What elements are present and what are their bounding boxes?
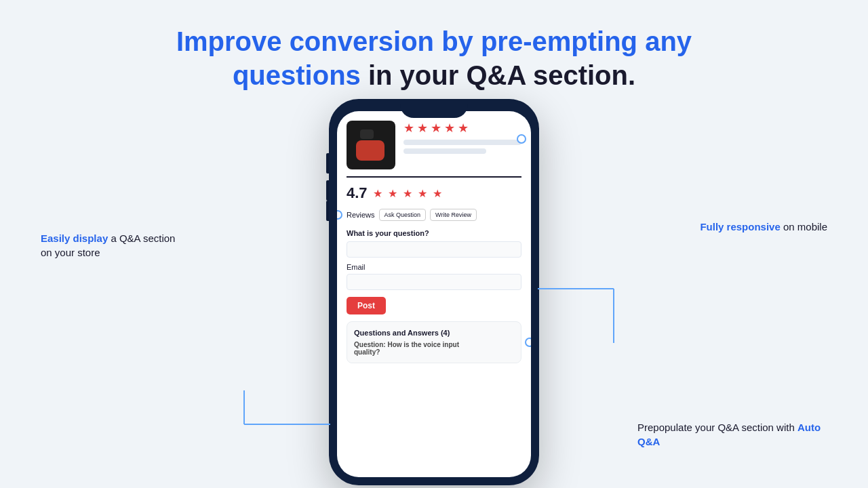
header: Improve conversion by pre-empting any qu… — [176, 24, 692, 92]
divider — [347, 176, 521, 178]
star-4: ★ — [444, 121, 455, 136]
text-line-2 — [403, 148, 486, 154]
phone-frame: ★ ★ ★ ★ ★ — [329, 99, 539, 485]
post-button[interactable]: Post — [347, 297, 386, 314]
main-area: Easily display a Q&A sectionon your stor… — [0, 99, 868, 488]
rating-star-4: ★ — [418, 187, 427, 200]
question-input[interactable] — [347, 241, 521, 258]
callout-left: Easily display a Q&A sectionon your stor… — [41, 231, 175, 260]
star-3: ★ — [431, 121, 441, 136]
question-prefix: Question: — [354, 341, 386, 348]
ask-question-btn[interactable]: Ask Question — [379, 209, 427, 221]
page-title: Improve conversion by pre-empting any qu… — [176, 24, 692, 92]
rating-number: 4.7 — [347, 184, 368, 202]
callout-right-bottom: Prepopulate your Q&A section with Auto Q… — [637, 420, 827, 449]
qa-question-text: Question: How is the voice inputquality? — [354, 341, 514, 356]
connector-dot-qa-section — [337, 210, 342, 220]
email-label: Email — [347, 263, 521, 271]
phone-mockup: ★ ★ ★ ★ ★ — [329, 99, 539, 485]
question-label: What is your question? — [347, 229, 521, 237]
rating-star-5: ★ — [433, 187, 442, 200]
product-info: ★ ★ ★ ★ ★ — [403, 121, 521, 157]
product-image — [347, 121, 395, 169]
page-wrapper: Improve conversion by pre-empting any qu… — [0, 0, 868, 488]
stars-row: ★ ★ ★ ★ ★ — [403, 121, 521, 136]
star-5: ★ — [458, 121, 469, 136]
qa-section-title: Questions and Answers (4) — [354, 329, 514, 337]
product-row: ★ ★ ★ ★ ★ — [347, 121, 521, 169]
rating-row: 4.7 ★ ★ ★ ★ ★ — [347, 184, 521, 202]
reviews-label: Reviews — [347, 211, 375, 219]
write-review-btn[interactable]: Write Review — [430, 209, 477, 221]
connector-dot-prepopulate — [525, 338, 531, 347]
star-2: ★ — [417, 121, 428, 136]
phone-screen: ★ ★ ★ ★ ★ — [337, 111, 531, 477]
rating-star-3: ★ — [403, 187, 412, 200]
connector-dot-product — [517, 134, 526, 144]
reviews-row: Reviews Ask Question Write Review — [347, 209, 521, 221]
callout-right-top: Fully responsive on mobile — [700, 220, 827, 234]
screen-content: ★ ★ ★ ★ ★ — [337, 111, 531, 477]
rating-star-1: ★ — [373, 187, 382, 200]
email-input[interactable] — [347, 274, 521, 290]
star-1: ★ — [403, 121, 414, 136]
rating-star-2: ★ — [388, 187, 397, 200]
airpods-icon — [351, 128, 391, 162]
text-line-1 — [403, 140, 521, 145]
qa-section: Questions and Answers (4) Question: How … — [347, 321, 521, 363]
